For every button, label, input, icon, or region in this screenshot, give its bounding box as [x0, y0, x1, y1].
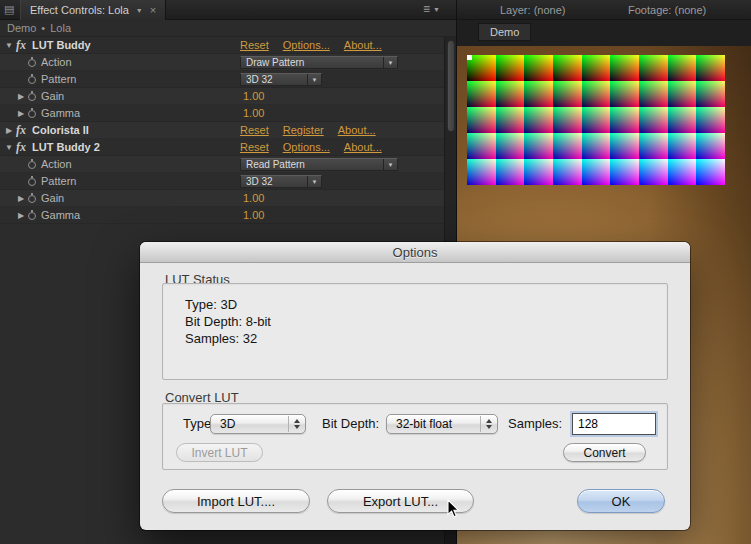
param-value[interactable]: 1.00 — [243, 207, 264, 224]
lut-tile — [524, 107, 553, 133]
dropdown-value: 3D 32 — [246, 176, 273, 187]
param-name: Gain — [41, 88, 64, 105]
param-row: Pattern3D 32▼ — [0, 71, 444, 88]
lut-tile — [639, 55, 668, 81]
bit-depth-dropdown-value: 32-bit float — [396, 417, 452, 431]
top-bar: ▤ Effect Controls: Lola ▼ × ≡ ▼ Layer: (… — [0, 0, 751, 20]
chevron-down-icon: ▼ — [433, 6, 440, 13]
stopwatch-icon[interactable] — [28, 59, 36, 67]
lut-tile — [524, 81, 553, 107]
param-value[interactable]: 1.00 — [243, 88, 264, 105]
reset-link[interactable]: Reset — [240, 122, 269, 139]
lut-tile — [582, 107, 611, 133]
panel-menu-icon[interactable]: ≡ ▼ — [423, 3, 440, 16]
lut-tile — [696, 55, 725, 81]
options-link[interactable]: Options... — [283, 139, 330, 156]
effect-row: ▼fxLUT BuddyResetOptions...About... — [0, 37, 444, 54]
pattern-dropdown[interactable]: 3D 32▼ — [240, 175, 322, 188]
dialog-title-bar[interactable]: Options — [140, 242, 690, 263]
lut-tile — [639, 81, 668, 107]
fx-icon: fx — [16, 139, 26, 156]
samples-input[interactable] — [572, 413, 656, 435]
breadcrumb-separator: • — [41, 22, 45, 34]
export-lut-button[interactable]: Export LUT... — [327, 489, 474, 513]
chevron-updown-icon — [480, 416, 496, 432]
lut-tile — [639, 107, 668, 133]
lut-tile — [467, 107, 496, 133]
close-icon[interactable]: × — [150, 4, 156, 16]
chevron-updown-icon — [288, 416, 304, 432]
lut-tile — [524, 55, 553, 81]
stopwatch-icon[interactable] — [28, 212, 36, 220]
breadcrumb-comp[interactable]: Demo — [7, 22, 36, 34]
register-link[interactable]: Register — [283, 122, 324, 139]
reset-link[interactable]: Reset — [240, 37, 269, 54]
disclosure-triangle-icon[interactable]: ▼ — [4, 37, 14, 54]
disclosure-triangle-icon[interactable]: ▶ — [4, 122, 14, 139]
ok-button[interactable]: OK — [577, 489, 665, 513]
param-value[interactable]: 1.00 — [243, 105, 264, 122]
lut-tile — [496, 107, 525, 133]
tab-effect-controls[interactable]: Effect Controls: Lola ▼ × — [20, 0, 166, 20]
chevron-down-icon[interactable]: ▼ — [136, 7, 143, 14]
lut-tile — [553, 107, 582, 133]
chevron-down-icon: ▼ — [307, 176, 321, 187]
lut-tile — [553, 133, 582, 159]
param-value[interactable]: 1.00 — [243, 190, 264, 207]
bit-depth-dropdown[interactable]: 32-bit float — [386, 414, 498, 434]
about-link[interactable]: About... — [344, 37, 382, 54]
param-row: ▶Gamma1.00 — [0, 105, 444, 122]
about-link[interactable]: About... — [344, 139, 382, 156]
param-name: Pattern — [41, 173, 76, 190]
stopwatch-icon[interactable] — [28, 76, 36, 84]
reset-link[interactable]: Reset — [240, 139, 269, 156]
lut-tile — [467, 81, 496, 107]
options-link[interactable]: Options... — [283, 37, 330, 54]
menu-lines-icon: ≡ — [423, 3, 430, 16]
lut-tile — [467, 133, 496, 159]
disclosure-triangle-icon[interactable]: ▶ — [16, 88, 26, 105]
param-row: ActionDraw Pattern▼ — [0, 54, 444, 71]
disclosure-triangle-icon[interactable]: ▶ — [16, 190, 26, 207]
param-name: Gamma — [41, 105, 80, 122]
pattern-dropdown[interactable]: 3D 32▼ — [240, 73, 322, 86]
disclosure-triangle-icon[interactable]: ▼ — [4, 139, 14, 156]
effect-name: Colorista II — [32, 122, 89, 139]
scrollbar-thumb[interactable] — [447, 40, 455, 132]
chevron-down-icon: ▼ — [383, 57, 397, 68]
tab-layer-viewer[interactable]: Layer: (none) — [500, 4, 565, 16]
lut-tile — [496, 159, 525, 185]
status-line-samples: Samples: 32 — [185, 330, 667, 347]
disclosure-triangle-icon[interactable]: ▶ — [16, 105, 26, 122]
dropdown-value: Read Pattern — [246, 159, 305, 170]
lut-tile — [696, 81, 725, 107]
stopwatch-icon[interactable] — [28, 161, 36, 169]
action-dropdown[interactable]: Read Pattern▼ — [240, 158, 398, 171]
stopwatch-icon[interactable] — [28, 178, 36, 186]
fx-icon: fx — [16, 122, 26, 139]
param-row: ActionRead Pattern▼ — [0, 156, 444, 173]
tab-demo-viewer[interactable]: Demo — [478, 23, 531, 41]
tab-footage-viewer[interactable]: Footage: (none) — [628, 4, 706, 16]
stopwatch-icon[interactable] — [28, 195, 36, 203]
about-link[interactable]: About... — [338, 122, 376, 139]
breadcrumb-layer[interactable]: Lola — [50, 22, 71, 34]
disclosure-triangle-icon[interactable]: ▶ — [16, 207, 26, 224]
bit-depth-label: Bit Depth: — [322, 414, 379, 434]
type-dropdown[interactable]: 3D — [210, 414, 306, 434]
param-row: ▶Gamma1.00 — [0, 207, 444, 224]
lut-tile — [553, 55, 582, 81]
lut-tile — [610, 81, 639, 107]
lut-pattern — [467, 55, 725, 185]
stopwatch-icon[interactable] — [28, 110, 36, 118]
convert-button[interactable]: Convert — [563, 443, 646, 462]
breadcrumb: Demo • Lola — [0, 20, 456, 37]
action-dropdown[interactable]: Draw Pattern▼ — [240, 56, 398, 69]
lut-tile — [553, 159, 582, 185]
effect-links: ResetRegisterAbout... — [240, 122, 376, 139]
panel-gripper-icon[interactable]: ▤ — [4, 3, 14, 16]
lut-status-box: Type: 3D Bit Depth: 8-bit Samples: 32 — [162, 283, 668, 380]
stopwatch-icon[interactable] — [28, 93, 36, 101]
import-lut-button[interactable]: Import LUT.... — [162, 489, 310, 513]
effect-row: ▶fxColorista IIResetRegisterAbout... — [0, 122, 444, 139]
